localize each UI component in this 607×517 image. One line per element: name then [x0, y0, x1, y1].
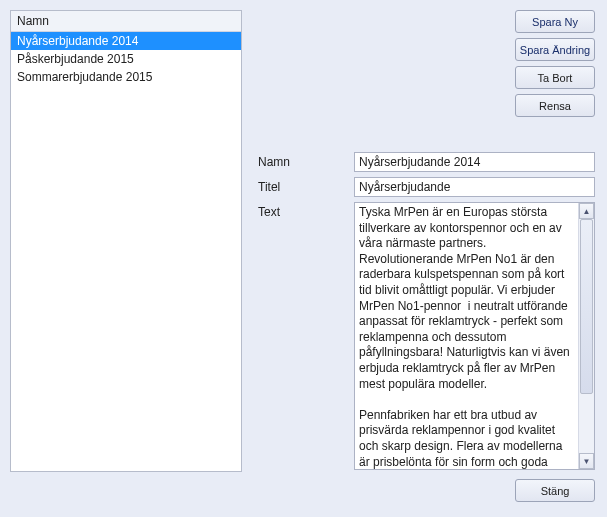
list-item[interactable]: Påskerbjudande 2015	[11, 50, 241, 68]
name-label: Namn	[258, 152, 354, 172]
list-item[interactable]: Nyårserbjudande 2014	[11, 32, 241, 50]
scroll-up-button[interactable]: ▲	[579, 203, 594, 219]
list-header: Namn	[11, 11, 241, 32]
scroll-thumb[interactable]	[580, 219, 593, 394]
scrollbar[interactable]: ▲ ▼	[578, 203, 594, 469]
save-change-button[interactable]: Spara Ändring	[515, 38, 595, 61]
delete-button[interactable]: Ta Bort	[515, 66, 595, 89]
scroll-down-button[interactable]: ▼	[579, 453, 594, 469]
title-label: Titel	[258, 177, 354, 197]
text-input[interactable]: Tyska MrPen är en Europas största tillve…	[355, 203, 578, 469]
list-item[interactable]: Sommarerbjudande 2015	[11, 68, 241, 86]
close-button[interactable]: Stäng	[515, 479, 595, 502]
title-input[interactable]	[354, 177, 595, 197]
text-label: Text	[258, 202, 354, 219]
scroll-track[interactable]	[579, 219, 594, 453]
clear-button[interactable]: Rensa	[515, 94, 595, 117]
save-new-button[interactable]: Spara Ny	[515, 10, 595, 33]
name-input[interactable]	[354, 152, 595, 172]
name-listbox[interactable]: Namn Nyårserbjudande 2014Påskerbjudande …	[10, 10, 242, 472]
